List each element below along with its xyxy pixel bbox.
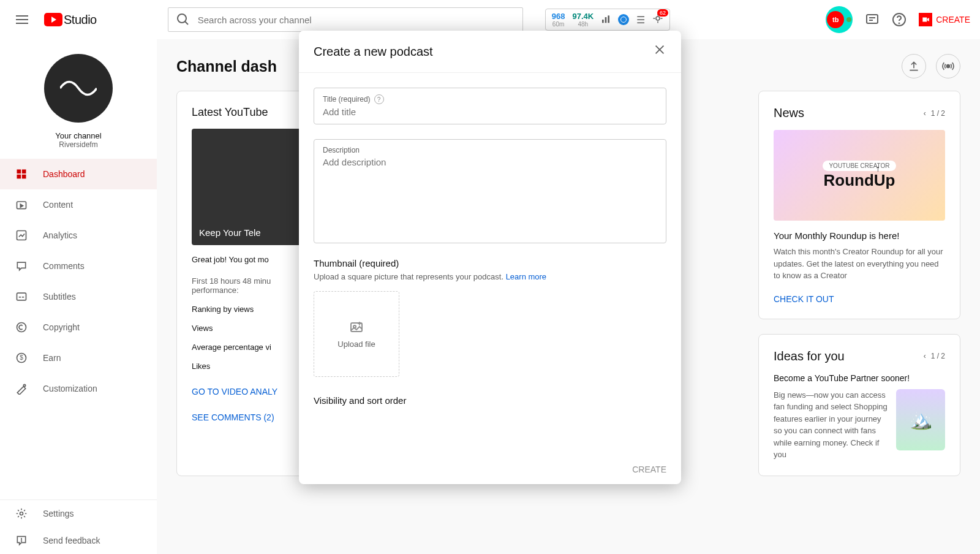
upload-file-label: Upload file	[337, 340, 375, 349]
modal-header: Create a new podcast	[299, 31, 681, 73]
create-podcast-modal: Create a new podcast Title (required) ? …	[299, 31, 681, 484]
title-label-text: Title (required)	[323, 95, 371, 104]
help-icon[interactable]: ?	[374, 94, 384, 104]
modal-footer: CREATE	[299, 455, 681, 484]
learn-more-link[interactable]: Learn more	[506, 272, 546, 281]
upload-thumbnail-box[interactable]: Upload file	[314, 291, 399, 377]
thumb-sub-text: Upload a square picture that represents …	[314, 272, 506, 281]
thumbnail-subtitle: Upload a square picture that represents …	[314, 272, 666, 281]
modal-create-button[interactable]: CREATE	[632, 465, 666, 474]
description-field[interactable]: Description	[314, 139, 666, 243]
title-field[interactable]: Title (required) ?	[314, 88, 666, 124]
close-icon	[653, 43, 666, 56]
desc-field-label: Description	[323, 146, 657, 154]
description-input[interactable]	[323, 157, 657, 230]
modal-title: Create a new podcast	[314, 45, 433, 59]
visibility-heading: Visibility and sort order	[314, 395, 666, 406]
modal-body: Title (required) ? Description Thumbnail…	[299, 73, 681, 455]
upload-image-icon	[349, 320, 364, 335]
title-input[interactable]	[323, 107, 657, 117]
title-field-label: Title (required) ?	[323, 94, 657, 104]
close-button[interactable]	[653, 43, 666, 60]
thumbnail-heading: Thumbnail (required)	[314, 258, 666, 268]
